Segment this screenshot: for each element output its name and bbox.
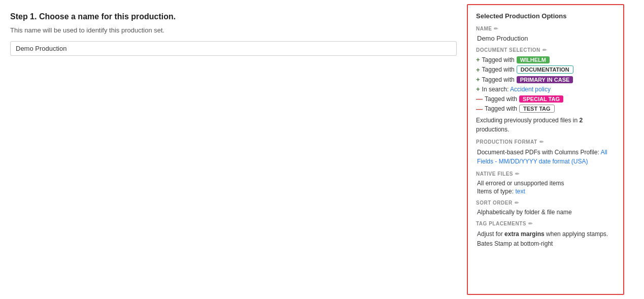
native-item-1: All errored or unsupported items <box>476 180 615 187</box>
tag-placements-edit-icon[interactable]: ✏ <box>528 221 533 226</box>
step-description: This name will be used to identify this … <box>10 26 457 34</box>
native-files-edit-icon[interactable]: ✏ <box>515 171 520 177</box>
tag-special-tag: SPECIAL TAG <box>519 95 563 103</box>
production-name-input[interactable] <box>10 41 457 56</box>
doc-item-documentation: + Tagged with DOCUMENTATION <box>476 65 615 74</box>
main-content: Step 1. Choose a name for this productio… <box>0 0 467 299</box>
search-item-label: In search: Accident policy <box>482 86 551 93</box>
sort-order-value: Alphabetically by folder & file name <box>476 209 615 216</box>
tagged-label-4: Tagged with <box>485 95 517 103</box>
tag-documentation: DOCUMENTATION <box>517 65 573 74</box>
minus-icon-2: — <box>476 105 483 113</box>
selected-production-options-panel: Selected Production Options NAME ✏ Demo … <box>467 4 624 295</box>
tag-placements-label: TAG PLACEMENTS ✏ <box>476 221 615 226</box>
doc-selection-edit-icon[interactable]: ✏ <box>543 47 547 53</box>
format-profile-link[interactable]: All Fields - MM/DD/YYYY date format (USA… <box>477 149 607 165</box>
name-section-label: NAME ✏ <box>476 26 615 31</box>
tag-wilhelm: WILHELM <box>517 56 550 63</box>
plus-icon-1: + <box>476 56 480 63</box>
panel-title: Selected Production Options <box>476 12 615 20</box>
native-item-2: Items of type: text <box>476 188 615 195</box>
plus-icon-2: + <box>476 66 480 74</box>
name-value: Demo Production <box>476 35 615 42</box>
name-edit-icon[interactable]: ✏ <box>494 26 498 31</box>
plus-icon-4: + <box>476 85 480 93</box>
tag-test-tag: TEST TAG <box>519 105 555 113</box>
page-title: Step 1. Choose a name for this productio… <box>10 12 457 21</box>
doc-item-wilhelm: + Tagged with WILHELM <box>476 56 615 63</box>
doc-item-search: + In search: Accident policy <box>476 85 615 93</box>
tag-placement-line-1: Adjust for extra margins when applying s… <box>476 229 615 239</box>
plus-icon-3: + <box>476 76 480 83</box>
production-count: 2 <box>579 117 583 124</box>
doc-item-test-tag: — Tagged with TEST TAG <box>476 105 615 113</box>
doc-item-special-tag: — Tagged with SPECIAL TAG <box>476 95 615 103</box>
tagged-label-1: Tagged with <box>482 56 515 63</box>
production-format-value: Document-based PDFs with Columns Profile… <box>476 148 615 166</box>
tagged-label-5: Tagged with <box>485 105 517 112</box>
tag-placement-line-2: Bates Stamp at bottom-right <box>476 239 615 249</box>
tag-primary-in-case: PRIMARY IN CASE <box>517 76 573 83</box>
extra-margins-text: extra margins <box>504 230 545 238</box>
production-format-edit-icon[interactable]: ✏ <box>539 139 544 145</box>
excluding-text: Excluding previously produced files in 2… <box>476 116 615 134</box>
minus-icon-1: — <box>476 95 483 103</box>
doc-selection-label: DOCUMENT SELECTION ✏ <box>476 47 615 53</box>
production-format-label: PRODUCTION FORMAT ✏ <box>476 139 615 145</box>
tagged-label-3: Tagged with <box>482 76 515 83</box>
accident-policy-link[interactable]: Accident policy <box>510 86 551 93</box>
sort-order-label: SORT ORDER ✏ <box>476 200 615 206</box>
native-files-label: NATIVE FILES ✏ <box>476 171 615 177</box>
native-type-value: text <box>515 188 525 195</box>
doc-item-primary-in-case: + Tagged with PRIMARY IN CASE <box>476 76 615 83</box>
sort-order-edit-icon[interactable]: ✏ <box>515 200 519 206</box>
tagged-label-2: Tagged with <box>482 66 515 73</box>
